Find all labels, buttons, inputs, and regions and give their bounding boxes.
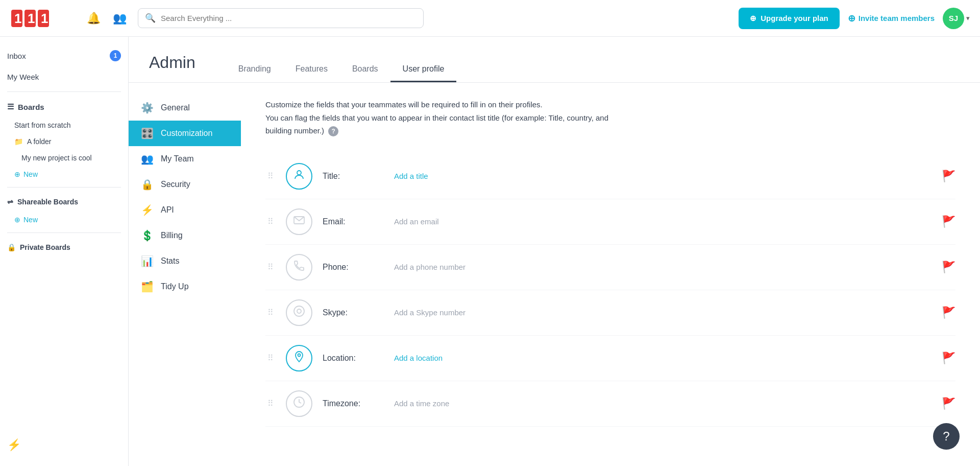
drag-handle-location[interactable]: ⠿ [265, 353, 276, 363]
sidebar-new-button-2[interactable]: ⊕ New [0, 212, 128, 227]
sidebar-folder[interactable]: 📁 A folder [0, 134, 128, 149]
team-button[interactable]: 👥 [110, 9, 130, 28]
body: Inbox 1 My Week ☰ Boards Start from scra… [0, 37, 980, 466]
sidebar-project[interactable]: My new project is cool [0, 150, 128, 166]
tab-branding[interactable]: Branding [226, 57, 283, 82]
upgrade-icon: ⊕ [750, 14, 756, 23]
email-flag-icon[interactable]: 🚩 [942, 215, 955, 228]
folder-icon: 📁 [14, 137, 23, 146]
title-value[interactable]: Add a title [394, 172, 932, 180]
tab-user-profile[interactable]: User profile [390, 57, 457, 82]
general-icon: ⚙️ [141, 102, 154, 114]
start-scratch-label: Start from scratch [14, 121, 70, 129]
location-label: Location: [323, 354, 384, 363]
drag-handle-phone[interactable]: ⠿ [265, 262, 276, 272]
app-root: 1 1 1 🔔 👥 🔍 ⊕ Upgrade your plan ⊕ Invite… [0, 0, 980, 466]
svg-text:1: 1 [28, 11, 35, 26]
search-icon: 🔍 [145, 13, 156, 24]
drag-handle-skype[interactable]: ⠿ [265, 308, 276, 317]
drag-handle-email[interactable]: ⠿ [265, 217, 276, 226]
admin-menu-stats[interactable]: 📊 Stats [129, 248, 241, 274]
admin-menu-billing[interactable]: 💲 Billing [129, 223, 241, 248]
skype-value[interactable]: Add a Skype number [394, 308, 932, 317]
title-flag-icon[interactable]: 🚩 [942, 170, 955, 183]
search-bar: 🔍 [138, 8, 424, 28]
field-timezone: ⠿ Timezone: Add a time zone 🚩 [265, 381, 955, 427]
help-icon: ? [943, 429, 949, 444]
lightning-icon[interactable]: ⚡ [7, 438, 21, 452]
location-value[interactable]: Add a location [394, 354, 932, 362]
sidebar-new-button-1[interactable]: ⊕ New [0, 167, 128, 182]
invite-plus-icon: ⊕ [848, 13, 855, 24]
search-input[interactable] [138, 8, 424, 28]
inbox-label: Inbox [7, 52, 26, 60]
logo[interactable]: 1 1 1 [10, 6, 71, 31]
invite-button[interactable]: ⊕ Invite team members [848, 13, 935, 24]
field-email: ⠿ Email: Add an email 🚩 [265, 199, 955, 245]
field-phone: ⠿ Phone: Add a phone number 🚩 [265, 245, 955, 290]
avatar-caret[interactable]: ▾ [966, 14, 970, 22]
sidebar-boards-header[interactable]: ☰ Boards [0, 97, 128, 116]
location-flag-icon[interactable]: 🚩 [942, 352, 955, 365]
tab-boards[interactable]: Boards [340, 57, 390, 82]
phone-value[interactable]: Add a phone number [394, 263, 932, 271]
admin-menu-api[interactable]: ⚡ API [129, 197, 241, 223]
admin-menu-general[interactable]: ⚙️ General [129, 95, 241, 121]
field-location: ⠿ Location: Add a location 🚩 [265, 336, 955, 381]
sidebar-private-boards[interactable]: 🔒 Private Boards [0, 238, 128, 257]
new-plus-icon-1: ⊕ [14, 170, 20, 178]
admin-header: Admin Branding Features Boards User prof… [129, 37, 980, 83]
drag-handle-title[interactable]: ⠿ [265, 171, 276, 181]
admin-menu-customization[interactable]: 🎛️ Customization [129, 121, 241, 146]
lock-icon: 🔒 [7, 243, 16, 251]
phone-flag-icon[interactable]: 🚩 [942, 261, 955, 274]
svg-point-6 [297, 171, 301, 175]
title-label: Title: [323, 172, 384, 181]
security-icon: 🔒 [141, 178, 154, 191]
my-team-icon: 👥 [141, 153, 154, 165]
tab-features[interactable]: Features [283, 57, 340, 82]
admin-menu-security[interactable]: 🔒 Security [129, 172, 241, 197]
skype-field-icon [293, 305, 305, 320]
sidebar-item-my-week[interactable]: My Week [0, 67, 128, 86]
timezone-flag-icon[interactable]: 🚩 [942, 397, 955, 410]
sidebar-shareable-boards[interactable]: ⇌ Shareable Boards [0, 193, 128, 211]
admin-menu-tidy-up[interactable]: 🗂️ Tidy Up [129, 274, 241, 299]
upgrade-button[interactable]: ⊕ Upgrade your plan [739, 8, 840, 29]
drag-handle-timezone[interactable]: ⠿ [265, 399, 276, 408]
phone-label: Phone: [323, 263, 384, 272]
admin-menu-my-team[interactable]: 👥 My Team [129, 146, 241, 172]
inbox-badge: 1 [110, 50, 121, 61]
customization-icon: 🎛️ [141, 127, 154, 139]
security-label: Security [161, 180, 190, 189]
new-label-2: New [23, 216, 38, 224]
billing-label: Billing [161, 231, 183, 240]
sidebar-start-scratch[interactable]: Start from scratch [0, 118, 128, 133]
timezone-value[interactable]: Add a time zone [394, 399, 932, 408]
skype-flag-icon[interactable]: 🚩 [942, 306, 955, 319]
avatar[interactable]: SJ [943, 8, 964, 29]
svg-point-8 [298, 354, 301, 356]
main: Admin Branding Features Boards User prof… [129, 37, 980, 466]
header: 1 1 1 🔔 👥 🔍 ⊕ Upgrade your plan ⊕ Invite… [0, 0, 980, 37]
billing-icon: 💲 [141, 229, 154, 242]
notifications-button[interactable]: 🔔 [84, 9, 104, 28]
description-help-icon[interactable]: ? [328, 126, 338, 136]
invite-label: Invite team members [859, 14, 935, 22]
field-icon-wrap-location [286, 345, 312, 371]
svg-text:1: 1 [14, 11, 21, 26]
admin-title: Admin [149, 53, 195, 82]
help-bubble[interactable]: ? [933, 423, 960, 450]
field-icon-wrap-phone [286, 254, 312, 281]
shareable-label: Shareable Boards [17, 198, 78, 206]
title-field-icon [293, 169, 305, 184]
sidebar-divider-3 [7, 232, 121, 233]
skype-label: Skype: [323, 308, 384, 317]
sidebar-item-inbox[interactable]: Inbox 1 [0, 45, 128, 66]
admin-tabs: Branding Features Boards User profile [226, 57, 457, 82]
profile-content: Customize the fields that your teammates… [241, 83, 980, 466]
phone-field-icon [293, 260, 305, 275]
share-icon: ⇌ [7, 198, 13, 206]
new-plus-icon-2: ⊕ [14, 216, 20, 224]
email-value[interactable]: Add an email [394, 217, 932, 226]
